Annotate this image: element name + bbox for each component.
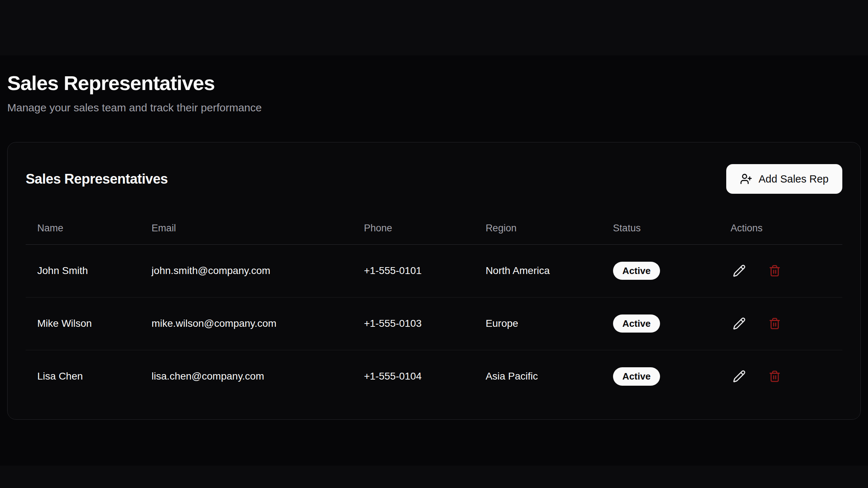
rep-email: lisa.chen@company.com <box>140 350 352 403</box>
card-title: Sales Representatives <box>26 171 168 187</box>
edit-button[interactable] <box>731 368 748 385</box>
table-row: Lisa Chen lisa.chen@company.com +1-555-0… <box>26 350 842 403</box>
column-header-region: Region <box>474 213 601 244</box>
rep-region: North America <box>474 244 601 297</box>
card-header: Sales Representatives Add Sales Rep <box>26 164 842 194</box>
table-row: Mike Wilson mike.wilson@company.com +1-5… <box>26 297 842 350</box>
rep-region: Europe <box>474 297 601 350</box>
table-header-row: Name Email Phone Region Status Actions <box>26 213 842 244</box>
rep-name: John Smith <box>26 244 140 297</box>
edit-button[interactable] <box>731 315 748 332</box>
sales-reps-table: Name Email Phone Region Status Actions J… <box>26 213 842 403</box>
page-title: Sales Representatives <box>7 71 861 95</box>
column-header-email: Email <box>140 213 352 244</box>
rep-email: mike.wilson@company.com <box>140 297 352 350</box>
add-sales-rep-label: Add Sales Rep <box>759 173 829 185</box>
rep-name: Mike Wilson <box>26 297 140 350</box>
trash-icon <box>769 317 781 330</box>
delete-button[interactable] <box>766 262 783 279</box>
pencil-icon <box>733 264 746 277</box>
edit-button[interactable] <box>731 262 748 279</box>
rep-phone: +1-555-0101 <box>352 244 474 297</box>
delete-button[interactable] <box>766 315 783 332</box>
status-badge: Active <box>613 262 660 280</box>
trash-icon <box>769 370 781 382</box>
pencil-icon <box>733 370 746 383</box>
column-header-phone: Phone <box>352 213 474 244</box>
rep-region: Asia Pacific <box>474 350 601 403</box>
rep-phone: +1-555-0103 <box>352 297 474 350</box>
page: Sales Representatives Manage your sales … <box>0 0 868 488</box>
add-sales-rep-button[interactable]: Add Sales Rep <box>726 164 842 194</box>
column-header-status: Status <box>601 213 719 244</box>
column-header-name: Name <box>26 213 140 244</box>
page-subtitle: Manage your sales team and track their p… <box>7 102 861 114</box>
rep-name: Lisa Chen <box>26 350 140 403</box>
rep-phone: +1-555-0104 <box>352 350 474 403</box>
column-header-actions: Actions <box>719 213 842 244</box>
status-badge: Active <box>613 314 660 333</box>
sales-reps-card: Sales Representatives Add Sales Rep <box>7 142 861 420</box>
pencil-icon <box>733 317 746 330</box>
delete-button[interactable] <box>766 368 783 385</box>
bottom-background-band <box>0 466 868 488</box>
table-row: John Smith john.smith@company.com +1-555… <box>26 244 842 297</box>
trash-icon <box>769 265 781 277</box>
user-plus-icon <box>740 173 752 185</box>
main-content: Sales Representatives Manage your sales … <box>0 0 868 420</box>
rep-email: john.smith@company.com <box>140 244 352 297</box>
status-badge: Active <box>613 367 660 386</box>
